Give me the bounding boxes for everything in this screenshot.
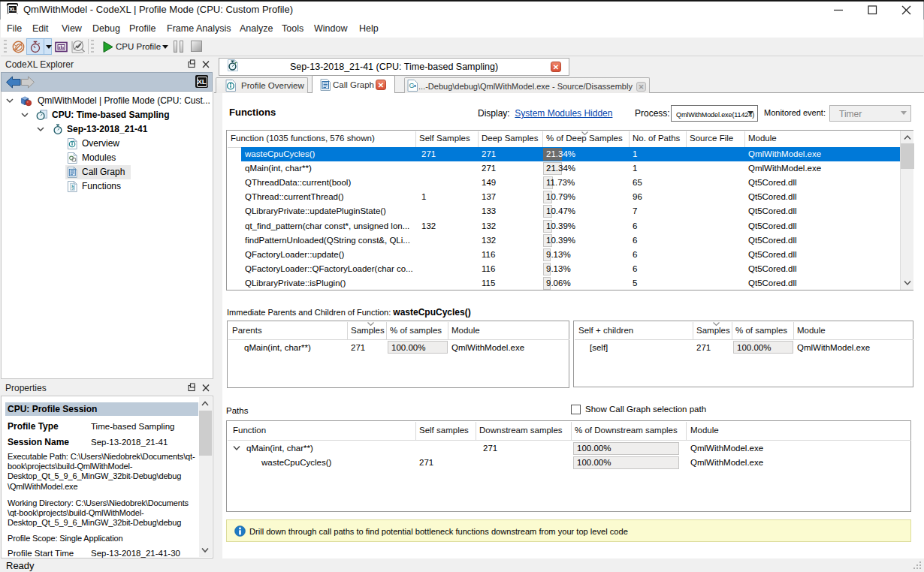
svg-text:G: G (409, 82, 415, 89)
svg-text:§: § (71, 183, 74, 191)
